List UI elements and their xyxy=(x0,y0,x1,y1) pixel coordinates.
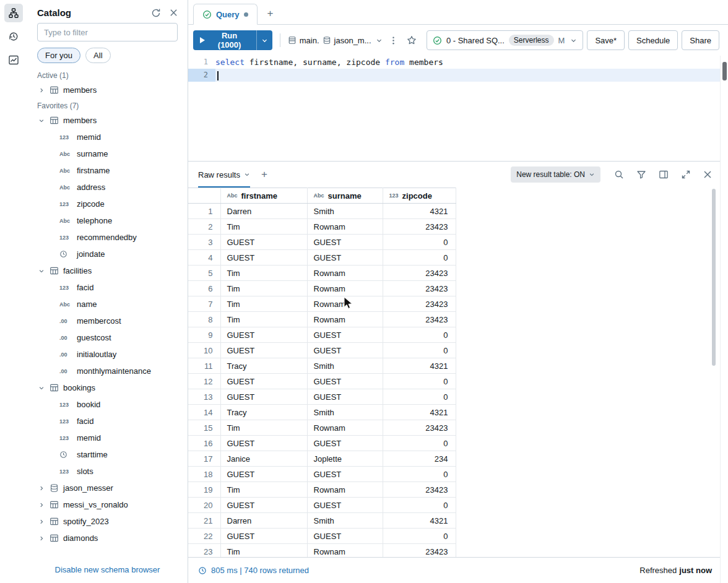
tree-item-address[interactable]: Abcaddress xyxy=(27,179,188,196)
new-tab-button[interactable]: + xyxy=(267,9,274,19)
tree-item-telephone[interactable]: Abctelephone xyxy=(27,212,188,229)
warehouse-selector[interactable]: 0 - Shared SQ... Serverless M xyxy=(427,30,583,50)
table-row[interactable]: 22GUESTGUEST0 xyxy=(188,529,456,544)
tree-item-members[interactable]: members xyxy=(27,82,188,98)
query-stats[interactable]: 805 ms | 740 rows returned xyxy=(211,566,309,575)
table-row[interactable]: 2TimRownam23423 xyxy=(188,219,456,235)
add-result-tab-button[interactable]: + xyxy=(261,168,267,181)
chevron-down-icon[interactable] xyxy=(38,118,46,124)
chevron-right-icon[interactable] xyxy=(38,519,46,525)
refresh-icon[interactable] xyxy=(151,8,161,18)
page-scrollbar[interactable] xyxy=(720,56,728,583)
tree-item-memid[interactable]: 123memid xyxy=(27,430,188,446)
table-row[interactable]: 8TimRownam23423 xyxy=(188,312,456,327)
tree-item-recommendedby[interactable]: 123recommendedby xyxy=(27,229,188,246)
row-number-header[interactable] xyxy=(188,188,220,204)
run-button[interactable]: Run (1000) xyxy=(193,30,256,50)
raw-results-tab[interactable]: Raw results xyxy=(198,162,250,188)
tree-item-guestcost[interactable]: .00guestcost xyxy=(27,329,188,346)
tree-item-starttime[interactable]: starttime xyxy=(27,446,188,463)
table-row[interactable]: 23TimRownam23423 xyxy=(188,544,456,558)
star-icon[interactable] xyxy=(404,33,419,48)
column-header-zipcode[interactable]: 123zipcode xyxy=(383,188,456,204)
table-cell: Rownam xyxy=(307,312,383,327)
filter-icon[interactable] xyxy=(636,170,646,179)
close-icon[interactable] xyxy=(170,9,178,17)
tree-item-jason_messer[interactable]: jason_messer xyxy=(27,480,188,496)
table-row[interactable]: 15TimRownam23423 xyxy=(188,420,456,436)
tree-item-messi_vs_ronaldo[interactable]: messi_vs_ronaldo xyxy=(27,496,188,513)
table-row[interactable]: 3GUESTGUEST0 xyxy=(188,235,456,250)
chevron-down-icon[interactable] xyxy=(38,385,46,391)
schedule-button[interactable]: Schedule xyxy=(628,30,678,50)
code-text: select firstname, surname, zipcode from … xyxy=(215,56,728,69)
chevron-right-icon[interactable] xyxy=(38,87,46,93)
table-row[interactable]: 12GUESTGUEST0 xyxy=(188,374,456,389)
fullscreen-icon[interactable] xyxy=(681,170,691,179)
tree-item-facilities[interactable]: facilities xyxy=(27,262,188,279)
filter-pill-for-you[interactable]: For you xyxy=(37,48,80,63)
table-row[interactable]: 9GUESTGUEST0 xyxy=(188,327,456,343)
results-scrollbar[interactable] xyxy=(712,188,716,557)
tree-item-facid[interactable]: 123facid xyxy=(27,279,188,296)
page-scrollbar-thumb[interactable] xyxy=(722,62,727,80)
table-row[interactable]: 1DarrenSmith4321 xyxy=(188,204,456,219)
search-icon[interactable] xyxy=(614,170,624,179)
kebab-menu-icon[interactable] xyxy=(386,33,401,48)
tree-item-slots[interactable]: 123slots xyxy=(27,463,188,480)
table-row[interactable]: 4GUESTGUEST0 xyxy=(188,250,456,266)
table-row[interactable]: 11TracySmith4321 xyxy=(188,358,456,374)
share-button[interactable]: Share xyxy=(682,30,719,50)
disable-schema-browser-link[interactable]: Disable new schema browser xyxy=(55,565,160,574)
save-button[interactable]: Save* xyxy=(587,30,625,50)
sql-editor[interactable]: 1select firstname, surname, zipcode from… xyxy=(188,56,728,161)
results-scrollbar-thumb[interactable] xyxy=(712,189,716,366)
code-line-2[interactable]: 2 xyxy=(188,69,728,82)
rail-item-schema-browser-icon[interactable] xyxy=(4,4,23,22)
table-row[interactable]: 16GUESTGUEST0 xyxy=(188,436,456,451)
tree-item-membercost[interactable]: .00membercost xyxy=(27,313,188,329)
table-row[interactable]: 7TimRownam23423 xyxy=(188,296,456,312)
table-row[interactable]: 21DarrenSmith4321 xyxy=(188,513,456,529)
close-results-icon[interactable] xyxy=(703,170,712,179)
catalog-schema-selector[interactable]: main. jason_m... xyxy=(288,36,383,45)
tree-item-diamonds[interactable]: diamonds xyxy=(27,530,188,546)
table-row[interactable]: 20GUESTGUEST0 xyxy=(188,498,456,513)
table-row[interactable]: 10GUESTGUEST0 xyxy=(188,343,456,358)
table-row[interactable]: 13GUESTGUEST0 xyxy=(188,389,456,405)
rail-item-insights-icon[interactable] xyxy=(4,51,23,69)
tree-item-memid[interactable]: 123memid xyxy=(27,129,188,145)
side-panel-icon[interactable] xyxy=(659,170,669,179)
rail-item-history-icon[interactable] xyxy=(4,27,23,46)
tree-item-name[interactable]: Abcname xyxy=(27,296,188,313)
filter-input[interactable] xyxy=(37,23,178,41)
tab-query[interactable]: Query xyxy=(193,4,258,25)
table-row[interactable]: 14TracySmith4321 xyxy=(188,405,456,420)
column-header-surname[interactable]: Abcsurname xyxy=(307,188,383,204)
table-row[interactable]: 18GUESTGUEST0 xyxy=(188,467,456,482)
table-row[interactable]: 19TimRownam23423 xyxy=(188,482,456,498)
tree-item-joindate[interactable]: joindate xyxy=(27,246,188,262)
chevron-down-icon[interactable] xyxy=(38,268,46,274)
chevron-right-icon[interactable] xyxy=(38,502,46,508)
code-line-1[interactable]: 1select firstname, surname, zipcode from… xyxy=(188,56,728,69)
tree-item-members[interactable]: members xyxy=(27,112,188,129)
tree-item-spotify_2023[interactable]: spotify_2023 xyxy=(27,513,188,530)
filter-pill-all[interactable]: All xyxy=(85,48,110,63)
tree-item-bookid[interactable]: 123bookid xyxy=(27,396,188,413)
table-row[interactable]: 6TimRownam23423 xyxy=(188,281,456,296)
tree-item-facid[interactable]: 123facid xyxy=(27,413,188,430)
table-row[interactable]: 5TimRownam23423 xyxy=(188,266,456,281)
tree-item-surname[interactable]: Abcsurname xyxy=(27,145,188,162)
tree-item-zipcode[interactable]: 123zipcode xyxy=(27,196,188,212)
tree-item-initialoutlay[interactable]: .00initialoutlay xyxy=(27,346,188,363)
new-result-table-toggle[interactable]: New result table: ON xyxy=(511,166,600,183)
column-header-firstname[interactable]: Abcfirstname xyxy=(220,188,307,204)
tree-item-monthlymaintenance[interactable]: .00monthlymaintenance xyxy=(27,363,188,379)
tree-item-firstname[interactable]: Abcfirstname xyxy=(27,162,188,179)
run-options-button[interactable] xyxy=(256,30,272,50)
chevron-right-icon[interactable] xyxy=(38,485,46,491)
chevron-right-icon[interactable] xyxy=(38,535,46,542)
table-row[interactable]: 17JaniceJoplette234 xyxy=(188,451,456,467)
tree-item-bookings[interactable]: bookings xyxy=(27,379,188,396)
